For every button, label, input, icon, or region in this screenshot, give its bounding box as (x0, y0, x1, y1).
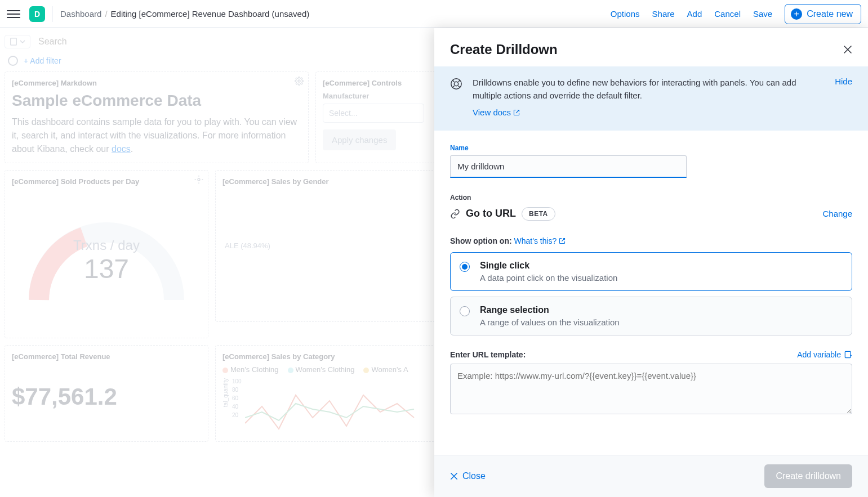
radio-range-selection[interactable]: Range selection A range of values on the… (450, 297, 852, 335)
create-new-button[interactable]: + Create new (785, 4, 861, 24)
gear-icon[interactable] (295, 77, 304, 86)
saved-query-dropdown[interactable] (5, 35, 30, 48)
callout-text: Drilldowns enable you to define new beha… (473, 78, 796, 100)
create-drilldown-flyout: Create Drilldown Drilldowns enable you t… (434, 28, 868, 497)
beta-badge: BETA (522, 207, 555, 221)
drilldown-name-input[interactable] (450, 155, 687, 178)
docs-link[interactable]: docs (112, 144, 131, 154)
show-option-label: Show option on: (450, 236, 512, 245)
options-link[interactable]: Options (611, 9, 640, 19)
markdown-heading: Sample eCommerce Data (12, 92, 301, 110)
external-link-icon (513, 109, 520, 116)
radio-desc: A range of values on the visualization (480, 317, 620, 327)
panel-title: [eCommerce] Total Revenue (12, 352, 201, 361)
revenue-value: $77,561.2 (12, 383, 201, 410)
save-link[interactable]: Save (753, 9, 772, 19)
panel-total-revenue: [eCommerce] Total Revenue $77,561.2 (5, 345, 208, 442)
filter-icon[interactable] (8, 56, 18, 66)
app-logo[interactable]: D (29, 6, 45, 22)
cancel-link[interactable]: Cancel (714, 9, 741, 19)
svg-point-2 (198, 178, 200, 181)
gear-icon[interactable] (194, 175, 203, 184)
create-new-label: Create new (807, 9, 853, 19)
menu-toggle-icon[interactable] (7, 7, 20, 21)
panel-sold-products: [eCommerce] Sold Products per Day Trxns … (5, 170, 208, 338)
radio-desc: A data point click on the visualization (480, 273, 617, 283)
action-type-name: Go to URL (466, 208, 516, 220)
panel-title: [eCommerce] Markdown (12, 79, 301, 87)
radio-icon (460, 306, 470, 316)
flyout-title: Create Drilldown (450, 42, 558, 57)
gear-icon[interactable] (194, 350, 203, 359)
panel-title: [eCommerce] Sold Products per Day (12, 177, 201, 186)
add-variable-icon (844, 351, 852, 359)
radio-single-click[interactable]: Single click A data point click on the v… (450, 252, 852, 291)
svg-point-6 (454, 82, 458, 86)
svg-rect-0 (11, 38, 17, 45)
apply-changes-button[interactable]: Apply changes (323, 129, 396, 150)
close-icon[interactable] (843, 45, 852, 54)
gauge-label: Trxns / day (73, 238, 140, 253)
radio-icon (460, 262, 470, 272)
create-drilldown-button[interactable]: Create drilldown (764, 464, 852, 488)
radio-title: Range selection (480, 305, 620, 315)
link-icon (450, 209, 460, 219)
manufacturer-select[interactable]: Select... (323, 104, 424, 123)
svg-point-1 (298, 80, 300, 82)
url-template-input[interactable] (450, 364, 852, 414)
view-docs-link[interactable]: View docs (473, 106, 520, 119)
lifebuoy-icon (450, 78, 462, 90)
divider (52, 6, 52, 22)
add-filter-link[interactable]: + Add filter (24, 56, 61, 65)
info-callout: Drilldowns enable you to define new beha… (434, 66, 868, 131)
gauge-value: 137 (73, 253, 140, 284)
external-link-icon (559, 238, 566, 244)
markdown-body: This dashboard contains sample data for … (12, 115, 301, 156)
name-label: Name (450, 144, 852, 152)
add-variable-link[interactable]: Add variable (797, 350, 852, 359)
hide-callout-link[interactable]: Hide (835, 77, 852, 86)
plus-circle-icon: + (791, 8, 802, 20)
action-label: Action (450, 194, 852, 202)
share-link[interactable]: Share (652, 9, 675, 19)
male-label: ALE (48.94%) (225, 241, 270, 250)
breadcrumb-root[interactable]: Dashboard (60, 9, 101, 19)
whats-this-link[interactable]: What's this? (514, 236, 566, 245)
svg-rect-7 (845, 351, 851, 357)
close-flyout-button[interactable]: Close (450, 471, 486, 481)
change-action-link[interactable]: Change (822, 209, 852, 218)
breadcrumb-current: Editing [eCommerce] Revenue Dashboard (u… (111, 9, 310, 19)
breadcrumb-separator: / (105, 9, 107, 19)
radio-title: Single click (480, 261, 617, 271)
panel-markdown: [eCommerce] Markdown Sample eCommerce Da… (5, 71, 309, 163)
add-link[interactable]: Add (687, 9, 702, 19)
url-template-label: Enter URL template: (450, 350, 526, 359)
breadcrumb: Dashboard / Editing [eCommerce] Revenue … (60, 9, 309, 19)
